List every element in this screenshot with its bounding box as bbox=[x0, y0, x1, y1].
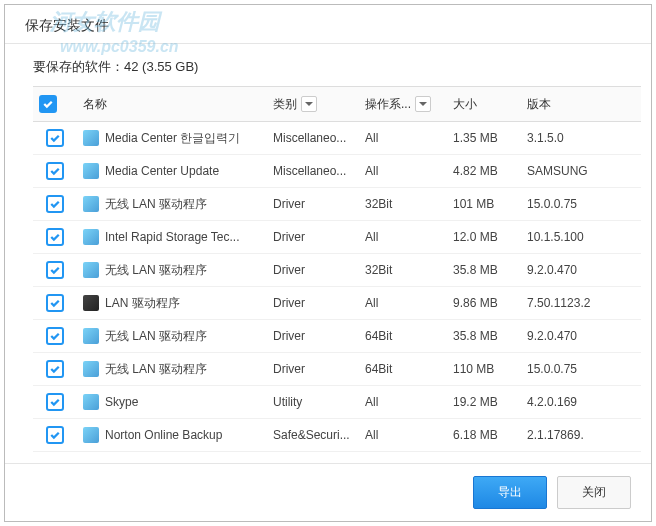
row-checkbox[interactable] bbox=[46, 426, 64, 444]
row-category: Driver bbox=[267, 221, 359, 254]
row-name: Skype bbox=[105, 395, 138, 409]
row-category: Driver bbox=[267, 287, 359, 320]
row-checkbox[interactable] bbox=[46, 162, 64, 180]
header-size-label: 大小 bbox=[453, 97, 477, 111]
software-icon bbox=[83, 361, 99, 377]
save-install-files-dialog: 保存安装文件 要保存的软件：42 (3.55 GB) 名称 bbox=[4, 4, 652, 522]
row-name: 无线 LAN 驱动程序 bbox=[105, 262, 207, 279]
row-size: 1.35 MB bbox=[447, 122, 521, 155]
row-size: 35.8 MB bbox=[447, 320, 521, 353]
row-version: 2.1.17869. bbox=[521, 419, 641, 452]
table-row[interactable]: 无线 LAN 驱动程序Driver64Bit35.8 MB9.2.0.470 bbox=[33, 320, 641, 353]
software-table-body: Media Center 한글입력기Miscellaneo...All1.35 … bbox=[33, 122, 641, 460]
row-checkbox[interactable] bbox=[46, 228, 64, 246]
header-category-label: 类别 bbox=[273, 96, 297, 113]
table-row[interactable]: Media Center 한글입력기Miscellaneo...All1.35 … bbox=[33, 122, 641, 155]
row-checkbox[interactable] bbox=[46, 393, 64, 411]
row-version: 5.0.2.2 bbox=[521, 452, 641, 460]
row-category: Driver bbox=[267, 320, 359, 353]
row-size: 104 MB bbox=[447, 452, 521, 460]
row-version: SAMSUNG bbox=[521, 155, 641, 188]
row-name: Intel Rapid Storage Tec... bbox=[105, 230, 240, 244]
row-version: 7.50.1123.2 bbox=[521, 287, 641, 320]
row-os: All bbox=[359, 221, 447, 254]
row-os: All bbox=[359, 122, 447, 155]
row-category: Miscellaneo... bbox=[267, 155, 359, 188]
row-version: 15.0.0.75 bbox=[521, 188, 641, 221]
row-os: 32Bit bbox=[359, 254, 447, 287]
table-row[interactable]: LAN 驱动程序DriverAll9.86 MB7.50.1123.2 bbox=[33, 287, 641, 320]
software-icon bbox=[83, 229, 99, 245]
row-checkbox[interactable] bbox=[46, 195, 64, 213]
table-row[interactable]: 无线 LAN 驱动程序Driver64Bit110 MB15.0.0.75 bbox=[33, 353, 641, 386]
row-name: 无线 LAN 驱动程序 bbox=[105, 196, 207, 213]
chevron-down-icon[interactable] bbox=[415, 96, 431, 112]
software-icon bbox=[83, 295, 99, 311]
row-version: 9.2.0.470 bbox=[521, 254, 641, 287]
row-name: LAN 驱动程序 bbox=[105, 295, 180, 312]
row-checkbox[interactable] bbox=[46, 327, 64, 345]
row-category: Driver bbox=[267, 254, 359, 287]
close-button[interactable]: 关闭 bbox=[557, 476, 631, 509]
row-os: All bbox=[359, 386, 447, 419]
row-size: 9.86 MB bbox=[447, 287, 521, 320]
table-row[interactable]: 无线 LAN 驱动程序Driver32Bit101 MB15.0.0.75 bbox=[33, 188, 641, 221]
row-os: 32Bit bbox=[359, 188, 447, 221]
row-name: 无线 LAN 驱动程序 bbox=[105, 361, 207, 378]
software-icon bbox=[83, 262, 99, 278]
row-checkbox[interactable] bbox=[46, 261, 64, 279]
header-name[interactable]: 名称 bbox=[77, 87, 267, 122]
chevron-down-icon[interactable] bbox=[301, 96, 317, 112]
row-checkbox[interactable] bbox=[46, 129, 64, 147]
row-os: All bbox=[359, 287, 447, 320]
row-size: 4.82 MB bbox=[447, 155, 521, 188]
software-icon bbox=[83, 427, 99, 443]
row-checkbox[interactable] bbox=[46, 294, 64, 312]
row-size: 6.18 MB bbox=[447, 419, 521, 452]
row-os: All bbox=[359, 419, 447, 452]
row-version: 10.1.5.100 bbox=[521, 221, 641, 254]
software-icon bbox=[83, 394, 99, 410]
dialog-header: 保存安装文件 bbox=[5, 5, 651, 44]
table-row[interactable]: Samsung Recovery Solu...Safe&Securi...Al… bbox=[33, 452, 641, 460]
dialog-title: 保存安装文件 bbox=[25, 17, 631, 35]
header-version-label: 版本 bbox=[527, 97, 551, 111]
header-os[interactable]: 操作系... bbox=[359, 87, 447, 122]
row-os: 64Bit bbox=[359, 320, 447, 353]
row-size: 12.0 MB bbox=[447, 221, 521, 254]
row-name: Media Center 한글입력기 bbox=[105, 130, 240, 147]
table-row[interactable]: Norton Online BackupSafe&Securi...All6.1… bbox=[33, 419, 641, 452]
software-table-wrap: 名称 类别 操作系... bbox=[33, 86, 641, 463]
header-size[interactable]: 大小 bbox=[447, 87, 521, 122]
export-button[interactable]: 导出 bbox=[473, 476, 547, 509]
row-version: 4.2.0.169 bbox=[521, 386, 641, 419]
row-category: Safe&Securi... bbox=[267, 419, 359, 452]
table-row[interactable]: Media Center UpdateMiscellaneo...All4.82… bbox=[33, 155, 641, 188]
check-all-icon[interactable] bbox=[39, 95, 57, 113]
software-icon bbox=[83, 328, 99, 344]
row-category: Miscellaneo... bbox=[267, 122, 359, 155]
header-version[interactable]: 版本 bbox=[521, 87, 641, 122]
summary-text: 要保存的软件：42 (3.55 GB) bbox=[5, 44, 651, 86]
row-size: 101 MB bbox=[447, 188, 521, 221]
software-icon bbox=[83, 163, 99, 179]
row-os: All bbox=[359, 155, 447, 188]
header-row: 名称 类别 操作系... bbox=[33, 87, 641, 122]
software-table-scroll[interactable]: 名称 类别 操作系... bbox=[33, 87, 641, 459]
row-version: 3.1.5.0 bbox=[521, 122, 641, 155]
header-select-all[interactable] bbox=[33, 87, 77, 122]
table-row[interactable]: SkypeUtilityAll19.2 MB4.2.0.169 bbox=[33, 386, 641, 419]
row-category: Utility bbox=[267, 386, 359, 419]
table-row[interactable]: Intel Rapid Storage Tec...DriverAll12.0 … bbox=[33, 221, 641, 254]
row-name: Norton Online Backup bbox=[105, 428, 222, 442]
row-name: Media Center Update bbox=[105, 164, 219, 178]
header-category[interactable]: 类别 bbox=[267, 87, 359, 122]
row-size: 19.2 MB bbox=[447, 386, 521, 419]
row-category: Driver bbox=[267, 188, 359, 221]
row-checkbox[interactable] bbox=[46, 360, 64, 378]
software-table: 名称 类别 操作系... bbox=[33, 87, 641, 459]
header-os-label: 操作系... bbox=[365, 96, 411, 113]
table-row[interactable]: 无线 LAN 驱动程序Driver32Bit35.8 MB9.2.0.470 bbox=[33, 254, 641, 287]
row-name: 无线 LAN 驱动程序 bbox=[105, 328, 207, 345]
row-category: Safe&Securi... bbox=[267, 452, 359, 460]
